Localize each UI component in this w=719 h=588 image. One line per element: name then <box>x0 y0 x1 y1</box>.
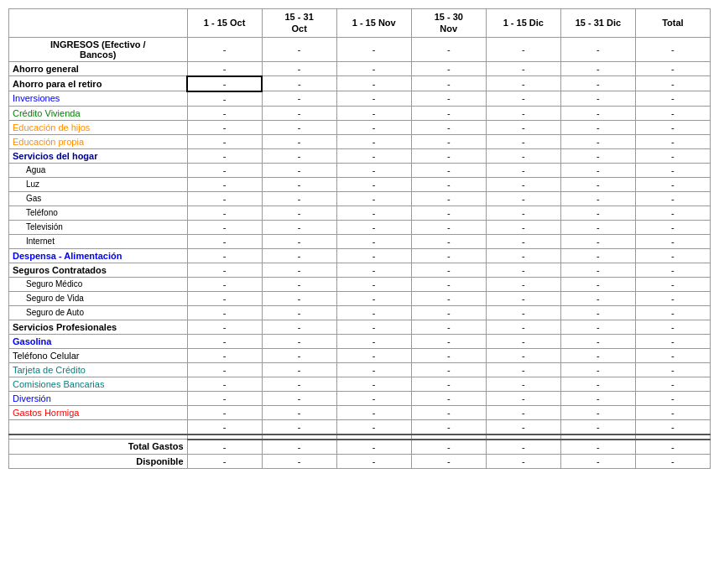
val-9-0[interactable]: - <box>187 191 262 206</box>
val-2-6[interactable]: - <box>635 91 710 107</box>
val-19-0[interactable]: - <box>187 334 262 348</box>
val-20-0[interactable]: - <box>187 348 262 362</box>
val-16-0[interactable]: - <box>187 291 262 305</box>
val-11-0[interactable]: - <box>187 220 262 234</box>
val-9-4[interactable]: - <box>486 191 560 206</box>
val-2-2[interactable]: - <box>336 91 411 107</box>
val-14-0[interactable]: - <box>187 263 262 277</box>
val-5-5[interactable]: - <box>560 134 635 148</box>
val-2-1[interactable]: - <box>262 91 336 107</box>
val-3-1[interactable]: - <box>262 106 336 120</box>
val-14-2[interactable]: - <box>336 263 411 277</box>
val-12-1[interactable]: - <box>262 234 336 248</box>
val-14-6[interactable]: - <box>635 263 710 277</box>
val-20-1[interactable]: - <box>262 348 336 362</box>
val-22-1[interactable]: - <box>262 377 336 391</box>
val-19-6[interactable]: - <box>635 334 710 348</box>
val-0-3[interactable]: - <box>411 61 486 76</box>
val-13-3[interactable]: - <box>411 248 486 263</box>
val-18-4[interactable]: - <box>486 320 560 334</box>
val-3-5[interactable]: - <box>560 106 635 120</box>
val-17-3[interactable]: - <box>411 305 486 320</box>
val-16-4[interactable]: - <box>486 291 560 305</box>
val-18-2[interactable]: - <box>336 320 411 334</box>
val-20-4[interactable]: - <box>486 348 560 362</box>
val-2-3[interactable]: - <box>411 91 486 107</box>
val-0-6[interactable]: - <box>635 61 710 76</box>
val-8-6[interactable]: - <box>635 177 710 191</box>
val-1-1[interactable]: - <box>262 76 336 91</box>
val-15-4[interactable]: - <box>486 277 560 291</box>
val-24-5[interactable]: - <box>560 405 635 419</box>
val-11-1[interactable]: - <box>262 220 336 234</box>
val-15-3[interactable]: - <box>411 277 486 291</box>
val-10-3[interactable]: - <box>411 206 486 220</box>
val-16-6[interactable]: - <box>635 291 710 305</box>
val-15-0[interactable]: - <box>187 277 262 291</box>
val-8-2[interactable]: - <box>336 177 411 191</box>
val-12-6[interactable]: - <box>635 234 710 248</box>
val-21-1[interactable]: - <box>262 362 336 377</box>
val-22-5[interactable]: - <box>560 377 635 391</box>
val-11-6[interactable]: - <box>635 220 710 234</box>
val-3-3[interactable]: - <box>411 106 486 120</box>
val-1-2[interactable]: - <box>336 76 411 91</box>
val-6-2[interactable]: - <box>336 148 411 163</box>
val-4-1[interactable]: - <box>262 120 336 134</box>
val-5-6[interactable]: - <box>635 134 710 148</box>
val-13-6[interactable]: - <box>635 248 710 263</box>
val-20-3[interactable]: - <box>411 348 486 362</box>
val-25-1[interactable]: - <box>262 419 336 434</box>
val-7-4[interactable]: - <box>486 163 560 177</box>
val-0-4[interactable]: - <box>486 61 560 76</box>
val-22-2[interactable]: - <box>336 377 411 391</box>
val-22-3[interactable]: - <box>411 377 486 391</box>
val-15-6[interactable]: - <box>635 277 710 291</box>
val-17-0[interactable]: - <box>187 305 262 320</box>
val-24-6[interactable]: - <box>635 405 710 419</box>
val-10-1[interactable]: - <box>262 206 336 220</box>
val-6-4[interactable]: - <box>486 148 560 163</box>
val-14-4[interactable]: - <box>486 263 560 277</box>
val-7-3[interactable]: - <box>411 163 486 177</box>
val-23-1[interactable]: - <box>262 391 336 405</box>
val-15-2[interactable]: - <box>336 277 411 291</box>
val-8-4[interactable]: - <box>486 177 560 191</box>
val-14-3[interactable]: - <box>411 263 486 277</box>
val-20-6[interactable]: - <box>635 348 710 362</box>
val-23-3[interactable]: - <box>411 391 486 405</box>
val-21-3[interactable]: - <box>411 362 486 377</box>
val-6-3[interactable]: - <box>411 148 486 163</box>
val-23-5[interactable]: - <box>560 391 635 405</box>
val-7-2[interactable]: - <box>336 163 411 177</box>
val-14-5[interactable]: - <box>560 263 635 277</box>
val-7-0[interactable]: - <box>187 163 262 177</box>
val-7-1[interactable]: - <box>262 163 336 177</box>
val-8-0[interactable]: - <box>187 177 262 191</box>
val-15-5[interactable]: - <box>560 277 635 291</box>
val-12-0[interactable]: - <box>187 234 262 248</box>
val-12-4[interactable]: - <box>486 234 560 248</box>
val-16-2[interactable]: - <box>336 291 411 305</box>
val-5-4[interactable]: - <box>486 134 560 148</box>
val-21-0[interactable]: - <box>187 362 262 377</box>
val-18-1[interactable]: - <box>262 320 336 334</box>
val-8-5[interactable]: - <box>560 177 635 191</box>
val-24-3[interactable]: - <box>411 405 486 419</box>
val-12-3[interactable]: - <box>411 234 486 248</box>
val-25-4[interactable]: - <box>486 419 560 434</box>
val-9-3[interactable]: - <box>411 191 486 206</box>
val-12-2[interactable]: - <box>336 234 411 248</box>
val-25-5[interactable]: - <box>560 419 635 434</box>
val-16-5[interactable]: - <box>560 291 635 305</box>
val-19-5[interactable]: - <box>560 334 635 348</box>
val-11-5[interactable]: - <box>560 220 635 234</box>
val-3-0[interactable]: - <box>187 106 262 120</box>
val-14-1[interactable]: - <box>262 263 336 277</box>
val-1-5[interactable]: - <box>560 76 635 91</box>
val-9-6[interactable]: - <box>635 191 710 206</box>
val-21-2[interactable]: - <box>336 362 411 377</box>
val-3-4[interactable]: - <box>486 106 560 120</box>
val-22-0[interactable]: - <box>187 377 262 391</box>
val-10-6[interactable]: - <box>635 206 710 220</box>
